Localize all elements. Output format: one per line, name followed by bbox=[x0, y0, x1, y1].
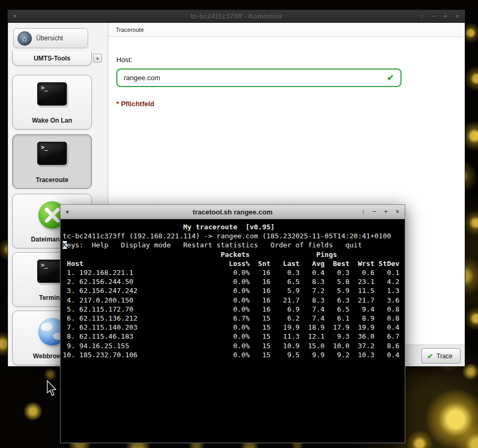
mouse-cursor bbox=[47, 380, 58, 397]
required-text: Pflichtfeld bbox=[121, 100, 155, 108]
terminal-line: 4. 217.0.200.150 0.0% 16 21.7 8.3 6.3 21… bbox=[63, 296, 405, 305]
sidebar-item-label: UMTS-Tools bbox=[13, 55, 91, 62]
terminal-line: 6. 62.115.136.212 6.7% 15 6.2 7.4 6.1 8.… bbox=[63, 314, 405, 323]
sidebar-item-umts-tools[interactable]: UMTS-Tools bbox=[12, 51, 92, 66]
scroll-up-icon: ▲ bbox=[96, 56, 100, 61]
kommbox-window-title: tc-bc2411c373ff - Kommbox bbox=[8, 12, 465, 20]
terminal-line: 9. 94.16.25.155 0.0% 15 10.9 15.0 10.0 3… bbox=[63, 341, 405, 350]
maximize-icon[interactable]: + bbox=[384, 205, 388, 218]
minimize-icon[interactable]: − bbox=[372, 205, 377, 218]
host-input[interactable]: rangee.com ✔ bbox=[116, 68, 402, 87]
kommbox-window-controls: ↑ − + × bbox=[420, 10, 465, 23]
terminal-output[interactable]: My traceroute [v0.95]tc-bc2411c373ff (19… bbox=[61, 219, 405, 443]
terminal-icon bbox=[37, 82, 67, 106]
terminal-icon bbox=[37, 142, 67, 165]
host-label: Host: bbox=[116, 56, 132, 64]
close-icon[interactable]: × bbox=[395, 205, 399, 218]
terminal-cursor: K bbox=[63, 241, 67, 249]
sidebar-item-label: Wake On Lan bbox=[13, 117, 91, 124]
terminal-line: 8. 62.115.46.183 0.0% 15 11.3 12.1 9.3 3… bbox=[63, 332, 405, 341]
tracetool-window-title: tracetool.sh rangee.com bbox=[61, 208, 405, 216]
terminal-line: Keys: Help Display mode Restart statisti… bbox=[63, 240, 405, 249]
shade-icon[interactable]: ↑ bbox=[362, 205, 365, 218]
shade-icon[interactable]: ↑ bbox=[420, 10, 424, 23]
kommbox-titlebar[interactable]: ▾ tc-bc2411c373ff - Kommbox ↑ − + × bbox=[8, 10, 465, 23]
tabbar: Traceroute bbox=[108, 23, 465, 37]
sidebar-item-traceroute[interactable]: Traceroute bbox=[12, 134, 92, 189]
window-menu-icon[interactable]: ▾ bbox=[13, 13, 16, 20]
terminal-line: 2. 62.156.244.50 0.0% 16 6.5 8.3 5.8 23.… bbox=[63, 277, 405, 286]
tracetool-window: ▾ tracetool.sh rangee.com ↑ − + × My tra… bbox=[60, 204, 405, 443]
minimize-icon[interactable]: − bbox=[431, 10, 436, 23]
tab-traceroute[interactable]: Traceroute bbox=[116, 23, 144, 37]
trace-check-icon: ✔ bbox=[427, 352, 433, 360]
host-input-value: rangee.com bbox=[124, 74, 160, 82]
tracetool-window-controls: ↑ − + × bbox=[362, 205, 405, 218]
terminal-line: Packets Pings bbox=[63, 250, 405, 259]
required-asterisk: * bbox=[116, 100, 119, 108]
terminal-line: My traceroute [v0.95] bbox=[63, 222, 405, 231]
trace-button[interactable]: ✔ Trace bbox=[421, 348, 460, 364]
trace-button-label: Trace bbox=[437, 352, 453, 360]
terminal-line: 3. 62.156.247.242 0.0% 16 5.9 7.2 5.9 11… bbox=[63, 286, 405, 295]
terminal-line: 7. 62.115.140.203 0.0% 15 19.9 18.9 17.9… bbox=[63, 323, 405, 332]
overview-label: Übersicht bbox=[36, 35, 63, 42]
terminal-line: 10. 185.232.70.106 0.0% 15 9.5 9.9 9.2 1… bbox=[63, 350, 405, 359]
home-icon bbox=[18, 31, 32, 46]
mtr-output: My traceroute [v0.95]tc-bc2411c373ff (19… bbox=[63, 222, 405, 359]
terminal-line: Host Loss% Snt Last Avg Best Wrst StDev bbox=[63, 259, 405, 268]
desktop: ▾ tc-bc2411c373ff - Kommbox ↑ − + × Über… bbox=[0, 0, 478, 448]
close-icon[interactable]: × bbox=[455, 10, 459, 23]
sidebar-item-wake-on-lan[interactable]: Wake On Lan bbox=[12, 75, 92, 130]
window-menu-icon[interactable]: ▾ bbox=[66, 209, 69, 216]
terminal-line: tc-bc2411c373ff (192.168.221.114) -> ran… bbox=[63, 231, 405, 240]
maximize-icon[interactable]: + bbox=[443, 10, 448, 23]
scrollbar-up-button[interactable]: ▲ bbox=[93, 54, 102, 63]
tracetool-titlebar[interactable]: ▾ tracetool.sh rangee.com ↑ − + × bbox=[61, 205, 405, 219]
terminal-line: 1. 192.168.221.1 0.0% 16 0.3 0.4 0.3 0.6… bbox=[63, 268, 405, 277]
valid-check-icon: ✔ bbox=[387, 73, 394, 83]
terminal-line: 5. 62.115.172.70 0.0% 16 6.9 7.4 6.5 9.4… bbox=[63, 305, 405, 314]
required-hint: * Pflichtfeld bbox=[116, 100, 155, 108]
sidebar-item-uebersicht[interactable]: Übersicht bbox=[13, 28, 88, 48]
sidebar-item-label: Traceroute bbox=[13, 176, 91, 184]
